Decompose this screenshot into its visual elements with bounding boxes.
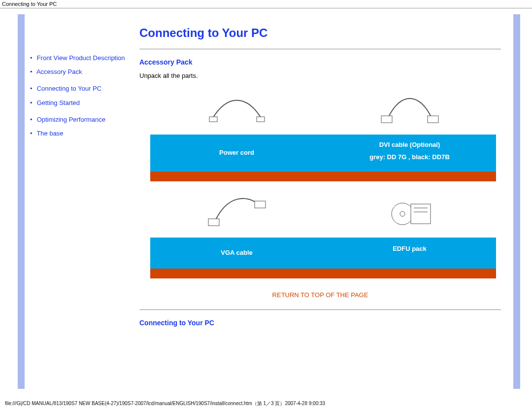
img-power-cord	[150, 88, 323, 132]
header-file-path: Connecting to Your PC	[0, 0, 532, 8]
bullet-icon: •	[30, 84, 35, 93]
bullet-icon: •	[30, 99, 35, 107]
svg-point-7	[400, 211, 405, 216]
grid-row-cap-1: Power cord DVI cable (Optional) grey: DD…	[150, 135, 496, 171]
decor-bar-right	[513, 14, 520, 389]
grid-row-cap-2: VGA cable EDFU pack	[150, 238, 496, 269]
rule-2	[139, 309, 501, 310]
sidebar-nav: • Front View Product Description • Acces…	[25, 14, 133, 389]
section-heading-accessory: Accessory Pack	[139, 58, 501, 66]
nav-label: The base	[36, 130, 63, 137]
bullet-icon: •	[30, 54, 35, 63]
vga-cable-icon	[207, 197, 266, 229]
caption-vga-cable: VGA cable	[150, 238, 323, 269]
svg-rect-1	[257, 117, 265, 122]
svg-rect-5	[255, 201, 266, 208]
svg-rect-3	[428, 116, 438, 123]
img-vga-cable	[150, 191, 323, 235]
orange-divider-1	[150, 171, 496, 181]
return-to-top: RETURN TO TOP OF THE PAGE	[139, 291, 501, 299]
nav-label: Connecting to Your PC	[37, 85, 102, 92]
nav-base[interactable]: • The base	[30, 129, 129, 138]
accessory-intro: Unpack all the parts.	[139, 72, 501, 79]
decor-bar-left	[18, 14, 25, 389]
nav-label: Front View Product Description	[37, 54, 125, 62]
power-cord-icon	[207, 94, 266, 126]
nav-getting-started[interactable]: • Getting Started	[30, 99, 129, 107]
nav-connecting[interactable]: • Connecting to Your PC	[30, 84, 129, 93]
bullet-icon: •	[30, 115, 35, 124]
img-edfu-pack	[323, 191, 496, 235]
return-to-top-link[interactable]: RETURN TO TOP OF THE PAGE	[272, 291, 368, 299]
section-heading-connecting: Connecting to Your PC	[139, 319, 501, 327]
accessory-grid: Power cord DVI cable (Optional) grey: DD…	[150, 88, 496, 278]
nav-label: Optimizing Performance	[37, 116, 105, 123]
grid-row-img-2	[150, 191, 496, 238]
main-content: Connecting to Your PC Accessory Pack Unp…	[133, 14, 513, 389]
nav-accessory-pack[interactable]: • Accessory Pack	[30, 68, 129, 76]
page-title: Connecting to Your PC	[139, 26, 501, 40]
nav-front-view[interactable]: • Front View Product Description	[30, 54, 129, 63]
img-dvi-cable	[323, 88, 496, 132]
svg-rect-2	[381, 116, 392, 123]
svg-rect-8	[411, 204, 431, 224]
svg-rect-0	[209, 117, 217, 122]
caption-dvi-cable: DVI cable (Optional) grey: DD 7G , black…	[323, 135, 496, 171]
caption-dvi-line2: grey: DD 7G , black: DD7B	[328, 153, 491, 162]
rule	[139, 49, 501, 49]
edfu-pack-icon	[380, 197, 439, 229]
bullet-icon: •	[30, 129, 35, 138]
grid-row-img-1	[150, 88, 496, 135]
page-container: • Front View Product Description • Acces…	[18, 14, 520, 389]
caption-dvi-line1: DVI cable (Optional)	[328, 140, 491, 150]
orange-divider-2	[150, 269, 496, 278]
nav-label: Getting Started	[37, 99, 80, 106]
caption-power-cord: Power cord	[150, 135, 323, 171]
caption-edfu-pack: EDFU pack	[323, 238, 496, 269]
dvi-cable-icon	[380, 94, 439, 126]
bullet-icon: •	[30, 68, 35, 76]
nav-optimizing[interactable]: • Optimizing Performance	[30, 115, 129, 124]
svg-rect-4	[208, 219, 219, 226]
footer-file-path: file:///G|/CD MANUAL/813/190S7 NEW BASE(…	[3, 399, 327, 401]
nav-label: Accessory Pack	[36, 68, 82, 75]
